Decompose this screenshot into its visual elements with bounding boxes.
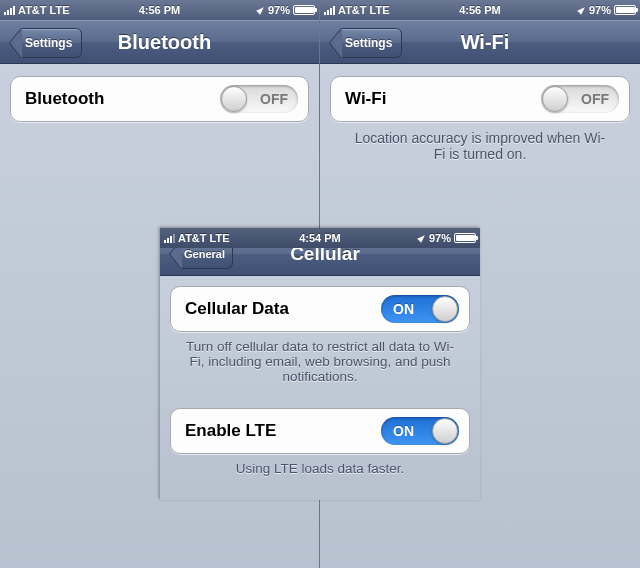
status-bar: AT&T LTE 4:56 PM 97% [320, 0, 640, 20]
toggle-state-label: ON [393, 423, 414, 439]
toggle-knob [432, 418, 458, 444]
wifi-footer-text: Location accuracy is improved when Wi-Fi… [330, 122, 630, 162]
network-label: LTE [210, 232, 230, 244]
back-button[interactable]: General [166, 248, 243, 269]
carrier-label: AT&T [178, 232, 207, 244]
toggle-state-label: OFF [581, 91, 609, 107]
page-title: Cellular [290, 248, 360, 265]
status-time: 4:56 PM [459, 4, 501, 16]
nav-bar: Settings Wi-Fi [320, 20, 640, 64]
chevron-left-icon [330, 28, 342, 58]
back-button-label: General [182, 248, 233, 269]
back-button-label: Settings [342, 28, 402, 58]
page-title: Bluetooth [118, 31, 211, 54]
status-bar: AT&T LTE 4:54 PM 97% [160, 228, 480, 248]
toggle-state-label: OFF [260, 91, 288, 107]
toggle-knob [542, 86, 568, 112]
battery-icon [454, 233, 476, 243]
carrier-label: AT&T [18, 4, 47, 16]
toggle-knob [221, 86, 247, 112]
signal-bars-icon [324, 6, 335, 15]
carrier-label: AT&T [338, 4, 367, 16]
status-time: 4:56 PM [139, 4, 181, 16]
nav-bar: General Cellular [160, 248, 480, 276]
battery-percent: 97% [429, 232, 451, 244]
cellular-data-footer: Turn off cellular data to restrict all d… [170, 332, 470, 394]
bluetooth-row: Bluetooth OFF [10, 76, 309, 122]
toggle-state-label: ON [393, 301, 414, 317]
chevron-left-icon [10, 28, 22, 58]
status-bar: AT&T LTE 4:56 PM 97% [0, 0, 319, 20]
cellular-data-toggle[interactable]: ON [381, 295, 459, 323]
network-label: LTE [50, 4, 70, 16]
wifi-label: Wi-Fi [345, 89, 541, 109]
enable-lte-footer: Using LTE loads data faster. [170, 454, 470, 486]
bluetooth-label: Bluetooth [25, 89, 220, 109]
location-icon [577, 5, 587, 15]
location-icon [256, 5, 266, 15]
battery-icon [293, 5, 315, 15]
cellular-data-row: Cellular Data ON [170, 286, 470, 332]
back-button[interactable]: Settings [326, 28, 412, 58]
battery-percent: 97% [589, 4, 611, 16]
network-label: LTE [370, 4, 390, 16]
page-title: Wi-Fi [461, 31, 510, 54]
enable-lte-toggle[interactable]: ON [381, 417, 459, 445]
enable-lte-label: Enable LTE [185, 421, 381, 441]
battery-percent: 97% [268, 4, 290, 16]
back-button-label: Settings [22, 28, 82, 58]
wifi-toggle[interactable]: OFF [541, 85, 619, 113]
wifi-row: Wi-Fi OFF [330, 76, 630, 122]
nav-bar: Settings Bluetooth [0, 20, 319, 64]
bluetooth-toggle[interactable]: OFF [220, 85, 298, 113]
toggle-knob [432, 296, 458, 322]
cellular-data-label: Cellular Data [185, 299, 381, 319]
chevron-left-icon [170, 248, 182, 269]
battery-icon [614, 5, 636, 15]
cellular-screen: AT&T LTE 4:54 PM 97% General Cellular Ce… [160, 228, 480, 500]
status-time: 4:54 PM [299, 232, 341, 244]
enable-lte-row: Enable LTE ON [170, 408, 470, 454]
signal-bars-icon [4, 6, 15, 15]
location-icon [417, 233, 427, 243]
back-button[interactable]: Settings [6, 28, 92, 58]
signal-bars-icon [164, 234, 175, 243]
